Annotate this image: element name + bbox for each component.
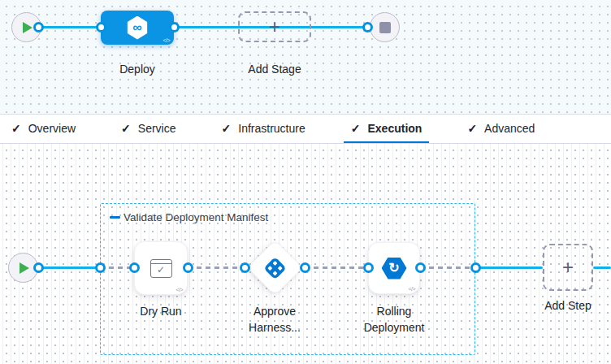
- port-dryrun-in: [129, 262, 140, 273]
- step-group-label: Validate Deployment Manifest: [124, 211, 268, 223]
- port-group-out: [470, 262, 481, 273]
- check-icon: ✓: [121, 122, 131, 135]
- yaml-code-icon[interactable]: </>: [162, 37, 170, 43]
- dry-run-icon: ✓: [150, 259, 172, 278]
- stage-config-tabs: ✓ Overview ✓ Service ✓ Infrastructure ✓ …: [0, 114, 611, 144]
- harness-approval-icon: [263, 256, 288, 280]
- step-group-header: Validate Deployment Manifest: [110, 211, 268, 223]
- check-icon: ✓: [467, 122, 477, 135]
- yaml-code-icon[interactable]: </>: [176, 287, 183, 292]
- check-icon: ✓: [222, 122, 232, 135]
- exec-line-to-addstep: [475, 266, 543, 269]
- port-end-in: [362, 22, 373, 32]
- port-rolling-in: [363, 262, 374, 273]
- port-group-in: [95, 262, 106, 273]
- tab-label: Service: [138, 122, 176, 135]
- port-deploy-in: [96, 22, 106, 32]
- tab-label: Advanced: [484, 122, 535, 135]
- play-icon: [23, 22, 32, 33]
- step-node-dry-run[interactable]: ✓ </>: [134, 241, 188, 295]
- add-step-button[interactable]: +: [543, 244, 593, 291]
- check-icon: ✓: [351, 122, 361, 135]
- tab-execution[interactable]: ✓ Execution: [344, 115, 430, 143]
- tab-label: Execution: [367, 122, 422, 135]
- plus-icon: +: [269, 17, 280, 37]
- tab-label: Overview: [28, 122, 76, 135]
- add-step-label: Add Step: [536, 297, 600, 314]
- stage-canvas: ∞ </> + Deploy Add Stage: [0, 0, 611, 114]
- stage-label: Deploy: [101, 61, 174, 77]
- add-stage-button[interactable]: +: [238, 11, 311, 42]
- port-deploy-out: [169, 22, 180, 32]
- step-label-rolling-deployment: Rolling Deployment: [355, 303, 433, 336]
- execution-canvas: Validate Deployment Manifest ✓ </> ↻ </>: [0, 144, 611, 364]
- stop-icon: [379, 22, 391, 33]
- tab-infrastructure[interactable]: ✓ Infrastructure: [214, 115, 313, 143]
- tab-service[interactable]: ✓ Service: [114, 115, 183, 143]
- exec-line-start: [37, 266, 101, 269]
- port-approve-in: [240, 262, 250, 273]
- group-dash-icon: [110, 216, 120, 219]
- port-start-out: [33, 22, 44, 32]
- plus-icon: +: [562, 258, 574, 277]
- tab-overview[interactable]: ✓ Overview: [4, 115, 83, 143]
- port-approve-out: [300, 262, 310, 273]
- step-node-rolling-deployment[interactable]: ↻ </>: [368, 242, 420, 294]
- step-label-approve-harness: Approve Harness...: [240, 303, 309, 336]
- tab-label: Infrastructure: [238, 122, 305, 135]
- step-label-dry-run: Dry Run: [132, 303, 189, 319]
- port-exec-start-out: [33, 262, 44, 273]
- port-dryrun-out: [183, 262, 193, 273]
- yaml-code-icon[interactable]: </>: [408, 286, 415, 292]
- port-rolling-out: [415, 262, 426, 273]
- play-icon: [20, 262, 29, 274]
- stage-node-deploy[interactable]: ∞ </>: [101, 11, 174, 45]
- exec-line-after-addstep: [593, 266, 611, 269]
- tab-advanced[interactable]: ✓ Advanced: [460, 115, 542, 143]
- check-icon: ✓: [11, 122, 21, 135]
- stage-connector-line: [37, 26, 370, 28]
- rolling-deployment-icon: ↻: [382, 258, 407, 280]
- harness-cd-icon: ∞: [127, 16, 149, 40]
- add-stage-label: Add Stage: [238, 61, 311, 77]
- pipeline-end-node[interactable]: [370, 12, 400, 42]
